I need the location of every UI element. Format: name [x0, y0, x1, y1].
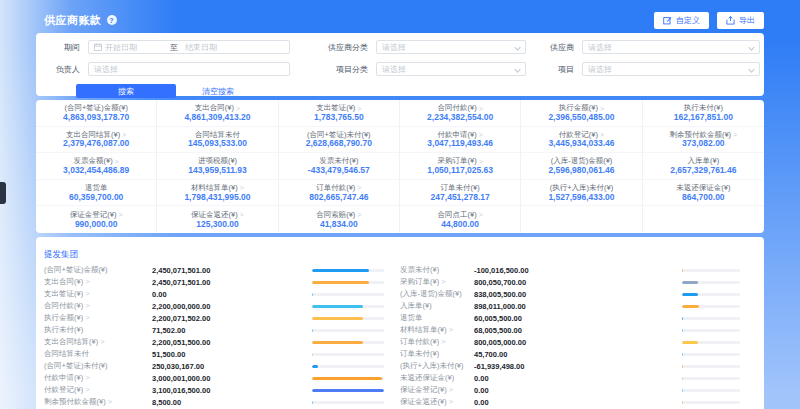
group-metric-label: 发票未付(¥) [400, 265, 466, 275]
metric-card-value: 373,082.00 [682, 139, 725, 148]
metric-card-label: (入库-退货)金额(¥) [551, 157, 613, 165]
metric-card-value: -433,479,546.57 [308, 166, 370, 175]
supplier-select[interactable]: 请选择 [582, 40, 760, 54]
chevron-right-icon: > [240, 184, 244, 191]
filter-period: 期间 至 [44, 40, 290, 54]
metric-card-value: 162,167,851.00 [674, 113, 733, 122]
metric-card[interactable]: 付款申请(¥)>3,047,119,493.46 [400, 127, 521, 154]
supplier-category-select[interactable]: 请选择 [376, 40, 526, 54]
group-metric-value: 800,050,700.00 [466, 278, 682, 287]
metric-card: 入库单(¥)2,657,329,761.46 [643, 153, 764, 180]
export-button[interactable]: 导出 [717, 12, 764, 29]
group-metric-value: 45,700.00 [466, 350, 682, 359]
project-select[interactable]: 请选择 [582, 62, 760, 76]
group-metric-label[interactable]: 保证金返还(¥) > [400, 397, 466, 407]
metric-card[interactable]: 支出合同结算(¥)>2,379,476,087.00 [36, 127, 157, 154]
export-icon [726, 16, 735, 25]
group-metric-label[interactable]: 支出签证(¥) > [44, 289, 144, 299]
metric-card: (入库-退货)金额(¥)2,596,980,061.46 [521, 153, 642, 180]
group-metric-label[interactable]: 保证金登记(¥) > [400, 385, 466, 395]
page-title: 供应商账款 [44, 13, 102, 28]
date-range-input[interactable]: 至 [88, 40, 290, 54]
metric-bar-fill [312, 389, 384, 392]
metric-card[interactable]: 支出签证(¥)>1,783,765.50 [279, 100, 400, 127]
chevron-right-icon: > [106, 397, 112, 406]
group-metric-label[interactable]: 剩余预付款金额(¥) > [44, 397, 144, 407]
group-metric-value: 8,500.00 [144, 398, 312, 407]
metric-card[interactable]: 发票金额(¥)>3,032,454,486.89 [36, 153, 157, 180]
metric-card[interactable]: 付款登记(¥)>3,445,934,033.46 [521, 127, 642, 154]
metric-card-label: 退货单 [85, 184, 108, 192]
metric-card[interactable]: 保证金返还(¥)>125,300.00 [157, 206, 278, 233]
metric-card[interactable]: 合同索赔(¥)>41,834.00 [279, 206, 400, 233]
group-name-link[interactable]: 提发集团 [44, 249, 78, 261]
group-metric-value: 2,200,071,502.00 [144, 314, 312, 323]
metric-bar [312, 365, 384, 368]
metric-card[interactable]: 剩余预付款金额(¥)>373,082.00 [643, 127, 764, 154]
metric-card[interactable]: 支出合同(¥)>4,861,309,413.20 [157, 100, 278, 127]
group-metric-label[interactable]: 支出合同结算(¥) > [44, 337, 144, 347]
group-metric-label[interactable]: 执行金额(¥) > [44, 313, 144, 323]
start-date-input[interactable] [105, 43, 163, 52]
group-metric-label[interactable]: 订单付款(¥) > [400, 337, 466, 347]
group-metric-label[interactable]: 合同付款(¥) > [44, 301, 144, 311]
metric-card[interactable]: 保证金登记(¥)>990,000.00 [36, 206, 157, 233]
group-metric-label: (合同+签证)金额(¥) [44, 265, 144, 275]
group-metric-row: 保证金登记(¥) >0.00 [400, 384, 740, 396]
group-metric-label[interactable]: 材料结算单(¥) > [400, 325, 466, 335]
group-metric-value: 0.00 [466, 386, 682, 395]
chevron-right-icon: > [600, 131, 604, 138]
metric-card[interactable]: 材料结算单(¥)>1,798,431,995.00 [157, 180, 278, 207]
group-metric-label[interactable]: 付款申请(¥) > [44, 373, 144, 383]
metric-card-value: 125,300.00 [196, 220, 239, 229]
header-actions: 自定义 导出 [654, 12, 764, 29]
metric-card-value: 802,665,747.46 [309, 193, 368, 202]
clear-search-link[interactable]: 清空搜索 [202, 86, 234, 97]
metric-card[interactable]: 合同点工(¥)>44,800.00 [400, 206, 521, 233]
metric-bar-fill [312, 377, 382, 380]
metric-bar [312, 305, 384, 308]
metric-card[interactable]: 合同付款(¥)>2,234,382,554.00 [400, 100, 521, 127]
metric-card[interactable]: 订单付款(¥)>802,665,747.46 [279, 180, 400, 207]
metric-card-value: 990,000.00 [75, 220, 118, 229]
owner-select[interactable]: 请选择 [88, 62, 290, 76]
metric-card-value: 864,700.00 [682, 193, 725, 202]
chevron-right-icon: > [600, 105, 604, 112]
metric-card-label: (合同+签证)未付(¥) [307, 131, 371, 139]
group-metric-label[interactable]: 采购订单(¥) > [400, 277, 466, 287]
metric-card-value: 2,234,382,554.00 [427, 113, 493, 122]
metric-card-label: 执行未付(¥) [684, 104, 723, 112]
chevron-right-icon: > [115, 158, 119, 165]
metric-card-label: 保证金登记(¥)> [70, 211, 123, 219]
group-metric-label: 退货单 [400, 313, 466, 323]
metric-card-value: 143,959,511.93 [188, 166, 247, 175]
chevron-down-icon [514, 66, 520, 72]
chevron-right-icon: > [240, 211, 244, 218]
metric-card-label: 材料结算单(¥)> [191, 184, 244, 192]
group-metric-label[interactable]: 付款登记(¥) > [44, 385, 144, 395]
metric-card-label: 发票金额(¥)> [74, 157, 119, 165]
metric-card[interactable]: 采购订单(¥)>1,050,117,025.63 [400, 153, 521, 180]
group-metric-label[interactable]: 支出合同(¥) > [44, 277, 144, 287]
metric-bar [682, 401, 740, 404]
metric-card-label: 未返还保证金(¥) [676, 184, 730, 192]
metric-bar-fill [312, 401, 313, 404]
metric-bar-fill [312, 329, 313, 332]
metric-card-label: 付款申请(¥)> [438, 131, 483, 139]
metric-card-value: 2,396,550,485.00 [548, 113, 614, 122]
metric-card: 发票未付(¥)-433,479,546.57 [279, 153, 400, 180]
group-metric-row: 发票未付(¥)-100,016,500.00 [400, 264, 740, 276]
customize-button[interactable]: 自定义 [654, 12, 709, 29]
filter-period-label: 期间 [44, 42, 80, 53]
group-metric-label: (入库-退货)金额(¥) [400, 289, 466, 299]
search-button[interactable]: 搜索 [76, 84, 176, 98]
metric-bar [312, 341, 384, 344]
metric-card[interactable]: 执行金额(¥)>2,396,550,485.00 [521, 100, 642, 127]
group-metric-row: 合同结算未付51,500.00 [44, 348, 384, 360]
end-date-input[interactable] [185, 43, 243, 52]
sidebar-toggle-handle[interactable] [0, 182, 6, 204]
project-category-select[interactable]: 请选择 [376, 62, 526, 76]
metric-card-value: 2,657,329,761.46 [670, 166, 736, 175]
metric-bar-fill [312, 341, 363, 344]
help-icon[interactable]: ? [107, 15, 117, 25]
